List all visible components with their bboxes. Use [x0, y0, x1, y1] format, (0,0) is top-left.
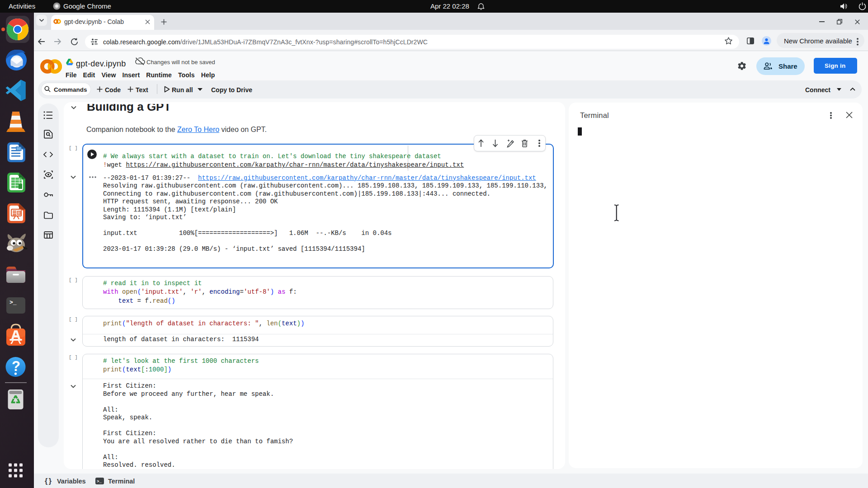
svg-text:?: ? — [12, 358, 20, 374]
svg-text:>_: >_ — [9, 299, 17, 306]
svg-text:>_: >_ — [97, 479, 102, 484]
